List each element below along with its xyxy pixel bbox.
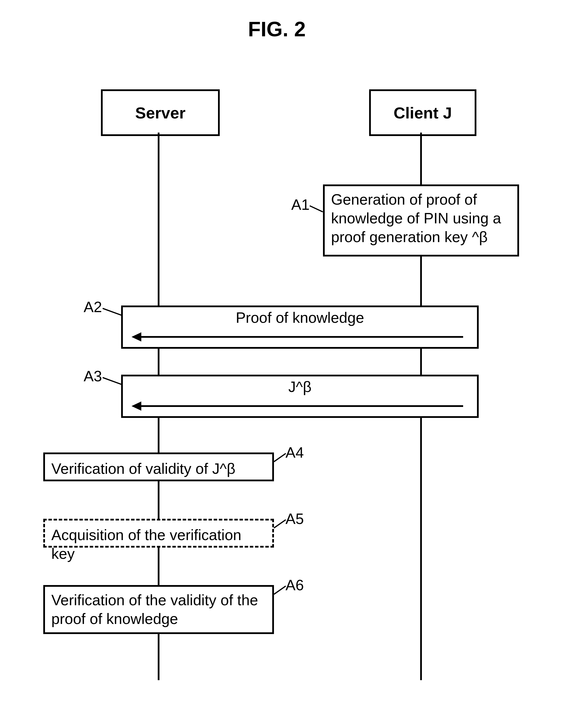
- diagram-stage: FIG. 2 Server Client J Generation of pro…: [0, 0, 573, 728]
- label-a2: A2: [84, 298, 102, 316]
- leader-a2: [102, 308, 122, 316]
- msg-a3: J^β: [121, 375, 479, 418]
- step-a5: Acquisition of the verification key: [43, 519, 274, 548]
- msg-a2: Proof of knowledge: [121, 305, 479, 349]
- step-a1: Generation of proof of knowledge of PIN …: [323, 184, 519, 257]
- label-a6: A6: [285, 576, 304, 594]
- actor-server: Server: [101, 89, 220, 136]
- msg-a3-text: J^β: [123, 378, 477, 395]
- label-a3: A3: [84, 368, 102, 385]
- step-a6: Verification of the validity of the proo…: [43, 585, 274, 634]
- leader-a3: [102, 377, 122, 385]
- label-a5: A5: [285, 510, 304, 527]
- leader-a6: [274, 585, 286, 595]
- label-a1: A1: [291, 196, 310, 213]
- arrow-a3-head: [132, 401, 141, 411]
- leader-a5: [274, 519, 286, 528]
- actor-client: Client J: [369, 89, 476, 136]
- arrow-a2-line: [140, 336, 463, 338]
- arrow-a2-head: [132, 332, 141, 341]
- label-a4: A4: [285, 444, 304, 461]
- leader-a4: [274, 453, 286, 462]
- leader-a1: [309, 205, 323, 212]
- msg-a2-text: Proof of knowledge: [123, 309, 477, 326]
- step-a4: Verification of validity of J^β: [43, 452, 274, 481]
- arrow-a3-line: [140, 405, 463, 407]
- figure-title: FIG. 2: [248, 17, 306, 41]
